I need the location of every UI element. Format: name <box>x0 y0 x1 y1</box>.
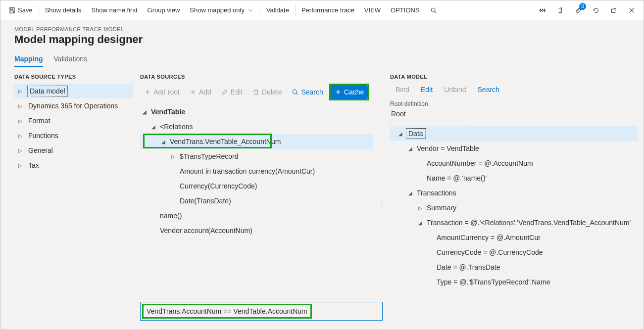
dm-node-summary[interactable]: ▷Summary <box>390 200 638 215</box>
ds-node-vendtrans[interactable]: ◢VendTrans.VendTable_AccountNum <box>140 134 373 149</box>
data-sources-panel: DATA SOURCES Add root Add Edit Delete Se… <box>140 74 373 330</box>
node-label: Vendor = VendTable <box>417 144 479 152</box>
dst-item-format[interactable]: ▷Format <box>14 113 133 128</box>
expand-icon: ▷ <box>17 163 23 168</box>
node-label: AccountNumber = @.AccountNum <box>427 159 533 167</box>
cache-button[interactable]: Cache <box>331 85 368 99</box>
btn-label: Bind <box>396 86 409 94</box>
dm-toolbar: Bind Edit Unbind Search <box>390 84 638 95</box>
popout-button[interactable] <box>605 0 623 20</box>
svg-marker-8 <box>559 7 562 13</box>
ds-toolbar: Add root Add Edit Delete Search Cache <box>140 84 373 100</box>
svg-point-3 <box>431 8 435 12</box>
node-label: Amount in transaction currency(AmountCur… <box>180 167 315 175</box>
office-button[interactable] <box>551 0 569 20</box>
dm-root-value[interactable]: Root <box>390 108 469 121</box>
ds-node-date[interactable]: Date(TransDate) <box>140 193 373 208</box>
add-root-button[interactable]: Add root <box>140 85 184 99</box>
show-mapped-only-button[interactable]: Show mapped only <box>185 0 259 20</box>
dm-node-name[interactable]: Name = @.'name()' <box>390 171 638 186</box>
dm-node-transaction[interactable]: ◢Transaction = @.'<Relations'.'VendTrans… <box>390 215 638 230</box>
node-label: Data <box>407 129 425 138</box>
ds-node-vendoracc[interactable]: Vendor account(AccountNum) <box>140 223 373 238</box>
collapse-icon: ◢ <box>407 190 414 196</box>
bind-button[interactable]: Bind <box>390 84 412 95</box>
collapse-icon: ◢ <box>407 146 414 151</box>
group-view-button[interactable]: Group view <box>143 0 185 20</box>
dm-edit-button[interactable]: Edit <box>415 84 436 95</box>
show-details-button[interactable]: Show details <box>40 0 87 20</box>
ds-node-amount[interactable]: Amount in transaction currency(AmountCur… <box>140 164 373 179</box>
dm-tree-scroll[interactable]: ◢Data ◢Vendor = VendTable AccountNumber … <box>390 126 638 293</box>
collapse-icon: ◢ <box>141 109 148 115</box>
node-label: Vendor account(AccountNum) <box>160 227 252 235</box>
expand-icon: ▷ <box>17 118 23 124</box>
btn-label: Delete <box>262 88 282 96</box>
view-menu[interactable]: VIEW <box>359 0 386 20</box>
dm-node-accnum[interactable]: AccountNumber = @.AccountNum <box>390 156 638 171</box>
node-label: Name = @.'name()' <box>427 174 487 182</box>
expand-icon: ▷ <box>417 205 424 211</box>
dm-node-amountcur[interactable]: AmountCurrency = @.AmountCur <box>390 230 638 245</box>
dst-item-dynamics[interactable]: ▷Dynamics 365 for Operations <box>14 98 133 113</box>
validate-button[interactable]: Validate <box>261 0 294 20</box>
edit-button[interactable]: Edit <box>217 85 247 99</box>
search-icon <box>430 7 437 14</box>
options-menu[interactable]: OPTIONS <box>386 0 425 20</box>
ds-node-name[interactable]: name() <box>140 208 373 223</box>
tab-validations[interactable]: Validations <box>54 53 87 67</box>
btn-label: Search <box>301 88 323 96</box>
expand-icon: ▷ <box>17 89 23 94</box>
ds-node-currency[interactable]: Currency(CurrencyCode) <box>140 179 373 193</box>
formula-text[interactable]: VendTrans.AccountNum == VendTable.Accoun… <box>144 305 310 317</box>
dm-node-transactions[interactable]: ◢Transactions <box>390 186 638 200</box>
node-label: Currency(CurrencyCode) <box>180 182 257 190</box>
performance-trace-button[interactable]: Performance trace <box>297 0 359 20</box>
close-button[interactable] <box>623 0 641 20</box>
dst-item-data-model[interactable]: ▷Data model <box>14 84 133 98</box>
dst-item-functions[interactable]: ▷Functions <box>14 128 133 143</box>
dm-node-data[interactable]: ◢Data <box>390 126 638 141</box>
refresh-button[interactable] <box>587 0 605 20</box>
dm-tree: ◢Data ◢Vendor = VendTable AccountNumber … <box>390 126 638 289</box>
dst-label: Dynamics 365 for Operations <box>28 102 118 110</box>
dst-item-general[interactable]: ▷General <box>14 143 133 158</box>
app-switch-button[interactable] <box>534 0 551 20</box>
dm-node-type[interactable]: Type = @.'$TransTypeRecord'.Name <box>390 275 638 289</box>
dst-item-tax[interactable]: ▷Tax <box>14 158 133 173</box>
dm-search-button[interactable]: Search <box>472 84 502 95</box>
btn-label: Cache <box>344 88 364 96</box>
svg-marker-6 <box>540 9 541 11</box>
search-button[interactable] <box>425 0 443 20</box>
node-label: Transaction = @.'<Relations'.'VendTrans.… <box>427 219 631 227</box>
ds-node-transtype[interactable]: ▷$TransTypeRecord <box>140 149 373 164</box>
dst-label: Functions <box>28 132 58 140</box>
dst-tree: ▷Data model ▷Dynamics 365 for Operations… <box>14 84 133 173</box>
ds-formula-area: VendTrans.AccountNum == VendTable.Accoun… <box>140 302 373 330</box>
ds-node-vendtable[interactable]: ◢VendTable <box>140 104 373 119</box>
chevron-down-icon <box>247 7 254 14</box>
plus-icon <box>190 89 197 95</box>
save-button[interactable]: Save <box>3 0 38 20</box>
save-icon <box>8 7 15 14</box>
dm-node-currencycode[interactable]: CurrencyCode = @.CurrencyCode <box>390 245 638 260</box>
add-button[interactable]: Add <box>186 85 215 99</box>
attachments-badge: 0 <box>579 3 586 10</box>
dm-node-vendor[interactable]: ◢Vendor = VendTable <box>390 141 638 156</box>
unbind-button[interactable]: Unbind <box>439 84 469 95</box>
ds-search-button[interactable]: Search <box>288 85 327 99</box>
dm-node-dateval[interactable]: Date = @.TransDate <box>390 260 638 275</box>
show-name-first-button[interactable]: Show name first <box>86 0 142 20</box>
plus-icon <box>335 89 342 95</box>
show-name-first-label: Show name first <box>91 6 137 14</box>
delete-button[interactable]: Delete <box>248 85 286 99</box>
trash-icon <box>252 89 259 95</box>
attachments-button[interactable]: 0 <box>569 0 587 20</box>
tab-mapping[interactable]: Mapping <box>14 53 43 67</box>
column-resize-handle[interactable]: ⋮ <box>380 74 383 330</box>
collapse-icon: ◢ <box>417 220 424 226</box>
ds-node-relations[interactable]: ◢<Relations <box>140 119 373 134</box>
search-icon <box>292 89 298 95</box>
dst-heading: DATA SOURCE TYPES <box>14 74 133 80</box>
separator <box>39 4 39 16</box>
